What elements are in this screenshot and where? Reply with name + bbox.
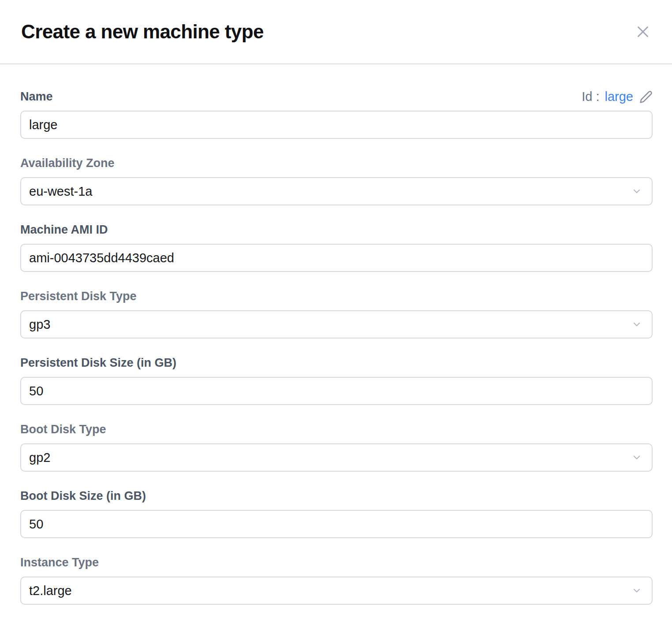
id-display: Id : large: [582, 90, 653, 104]
pencil-icon: [639, 90, 653, 104]
chevron-down-icon: [631, 319, 642, 330]
field-label-boot-disk-size: Boot Disk Size (in GB): [20, 489, 146, 503]
select-boot-disk-type[interactable]: gp2: [20, 443, 653, 472]
field-head: Machine AMI ID: [20, 223, 653, 237]
field-label-persistent-disk-size: Persistent Disk Size (in GB): [20, 356, 176, 370]
select-instance-type[interactable]: t2.large: [20, 577, 653, 605]
text-input-name[interactable]: [20, 111, 653, 139]
select-value: t2.large: [29, 584, 72, 598]
text-input-machine-ami-id[interactable]: [20, 244, 653, 272]
field-head: Boot Disk Type: [20, 423, 653, 436]
field-head: Persistent Disk Size (in GB): [20, 356, 653, 370]
chevron-down-icon: [631, 452, 642, 463]
field-group-availability-zone: Availability Zone eu-west-1a: [20, 156, 653, 205]
modal-header: Create a new machine type: [0, 0, 672, 64]
field-head: Persistent Disk Type: [20, 290, 653, 303]
field-head: Boot Disk Size (in GB): [20, 489, 653, 503]
field-head: Instance Type: [20, 556, 653, 569]
create-machine-type-modal: Create a new machine type Name Id : larg…: [0, 0, 672, 625]
select-availability-zone[interactable]: eu-west-1a: [20, 177, 653, 205]
field-label-name: Name: [20, 90, 53, 104]
field-label-availability-zone: Availability Zone: [20, 156, 115, 170]
field-group-name: Name Id : large: [20, 90, 653, 139]
field-group-boot-disk-size: Boot Disk Size (in GB): [20, 489, 653, 538]
id-prefix-label: Id :: [582, 90, 599, 103]
select-value: eu-west-1a: [29, 184, 92, 199]
field-label-instance-type: Instance Type: [20, 556, 99, 569]
text-input-boot-disk-size[interactable]: [20, 510, 653, 538]
field-label-boot-disk-type: Boot Disk Type: [20, 423, 106, 436]
close-button[interactable]: [632, 21, 653, 42]
x-icon: [635, 24, 651, 40]
select-value: gp3: [29, 317, 50, 332]
field-head: Name Id : large: [20, 90, 653, 104]
field-label-persistent-disk-type: Persistent Disk Type: [20, 290, 137, 303]
select-persistent-disk-type[interactable]: gp3: [20, 310, 653, 339]
chevron-down-icon: [631, 186, 642, 197]
id-value: large: [605, 90, 634, 103]
field-group-persistent-disk-size: Persistent Disk Size (in GB): [20, 356, 653, 405]
field-label-machine-ami-id: Machine AMI ID: [20, 223, 108, 237]
field-group-persistent-disk-type: Persistent Disk Type gp3: [20, 290, 653, 339]
select-value: gp2: [29, 450, 50, 465]
text-input-persistent-disk-size[interactable]: [20, 377, 653, 405]
field-group-machine-ami-id: Machine AMI ID: [20, 223, 653, 272]
modal-body: Name Id : large Availability Zone eu-wes…: [0, 64, 672, 605]
field-group-boot-disk-type: Boot Disk Type gp2: [20, 423, 653, 472]
chevron-down-icon: [631, 585, 642, 596]
field-head: Availability Zone: [20, 156, 653, 170]
modal-title: Create a new machine type: [21, 21, 264, 42]
edit-id-button[interactable]: [639, 90, 653, 104]
field-group-instance-type: Instance Type t2.large: [20, 556, 653, 605]
